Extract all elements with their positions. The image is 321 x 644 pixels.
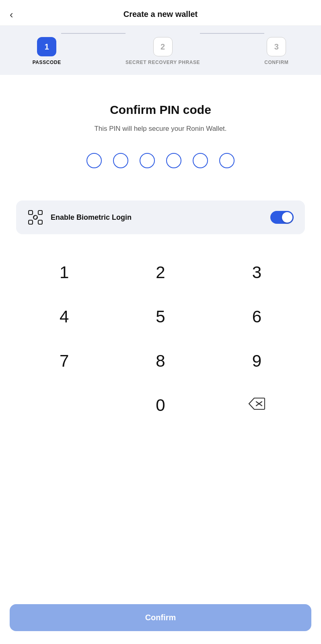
delete-icon — [248, 397, 265, 413]
step-1-circle: 1 — [37, 37, 56, 56]
svg-rect-1 — [38, 211, 42, 215]
pin-dot-2 — [113, 153, 128, 168]
numpad-key-0[interactable]: 0 — [112, 383, 208, 427]
biometric-row: Enable Biometric Login — [16, 200, 305, 234]
numpad-key-7[interactable]: 7 — [16, 339, 112, 383]
toggle-knob — [282, 212, 292, 223]
step-3-label: CONFIRM — [264, 60, 288, 65]
pin-dot-6 — [219, 153, 235, 168]
step-connector-2 — [200, 33, 264, 34]
numpad-key-4[interactable]: 4 — [16, 295, 112, 339]
back-button[interactable]: ‹ — [10, 9, 13, 20]
header: ‹ Create a new wallet — [0, 0, 321, 26]
pin-dot-3 — [140, 153, 155, 168]
biometric-toggle[interactable] — [270, 211, 294, 224]
numpad-key-5[interactable]: 5 — [112, 295, 208, 339]
page-title: Create a new wallet — [123, 10, 198, 19]
pin-dots — [86, 153, 235, 168]
numpad-key-delete[interactable] — [209, 383, 305, 427]
svg-rect-0 — [29, 211, 33, 215]
pin-subtitle: This PIN will help secure your Ronin Wal… — [94, 125, 226, 133]
svg-rect-2 — [29, 220, 33, 224]
step-connector-1 — [61, 33, 126, 34]
main-content: Confirm PIN code This PIN will help secu… — [0, 75, 321, 598]
numpad-key-8[interactable]: 8 — [112, 339, 208, 383]
numpad-key-6[interactable]: 6 — [209, 295, 305, 339]
step-1: 1 PASSCODE — [33, 37, 61, 65]
pin-dot-5 — [193, 153, 208, 168]
biometric-icon — [27, 209, 43, 225]
numpad-key-9[interactable]: 9 — [209, 339, 305, 383]
pin-dot-4 — [166, 153, 181, 168]
step-3-circle: 3 — [267, 37, 286, 56]
numpad-key-3[interactable]: 3 — [209, 250, 305, 295]
numpad-key-1[interactable]: 1 — [16, 250, 112, 295]
step-3: 3 CONFIRM — [264, 37, 288, 65]
numpad-key-2[interactable]: 2 — [112, 250, 208, 295]
numpad: 1 2 3 4 5 6 7 8 9 0 — [16, 250, 305, 427]
svg-rect-3 — [38, 220, 42, 224]
biometric-left: Enable Biometric Login — [27, 209, 132, 225]
step-2-circle: 2 — [153, 37, 173, 56]
biometric-label: Enable Biometric Login — [51, 213, 132, 222]
pin-dot-1 — [86, 153, 102, 168]
confirm-button[interactable]: Confirm — [10, 604, 311, 631]
step-2-label: SECRET RECOVERY PHRASE — [126, 60, 200, 65]
pin-title: Confirm PIN code — [110, 103, 211, 117]
step-indicator: 1 PASSCODE 2 SECRET RECOVERY PHRASE 3 CO… — [0, 26, 321, 75]
step-1-label: PASSCODE — [33, 60, 61, 65]
numpad-key-empty — [16, 383, 112, 427]
step-2: 2 SECRET RECOVERY PHRASE — [126, 37, 200, 65]
bottom-section: Confirm — [0, 598, 321, 644]
